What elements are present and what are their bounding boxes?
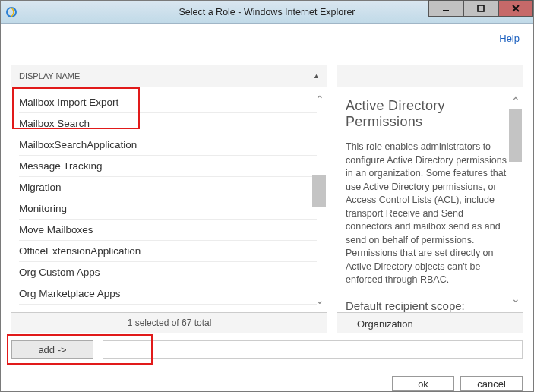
- maximize-button[interactable]: [463, 0, 498, 17]
- dialog-window: Select a Role - Windows Internet Explore…: [0, 0, 534, 392]
- ie-icon: [5, 6, 17, 18]
- details-description: This role enables administrators to conf…: [346, 141, 509, 287]
- svg-point-0: [7, 8, 16, 17]
- help-link[interactable]: Help: [499, 33, 520, 44]
- minimize-button[interactable]: [428, 0, 463, 17]
- role-list-column: DISPLAY NAME ▲ ⌃ ⌄ Mailbox Import Export…: [11, 65, 327, 333]
- columns: DISPLAY NAME ▲ ⌃ ⌄ Mailbox Import Export…: [11, 65, 523, 333]
- scrollbar-thumb[interactable]: [509, 109, 522, 162]
- list-item[interactable]: Org Custom Apps: [19, 262, 317, 283]
- cancel-button[interactable]: cancel: [460, 376, 523, 391]
- role-list[interactable]: ⌃ ⌄ Mailbox Import Export Mailbox Search…: [11, 87, 327, 313]
- list-item[interactable]: Org Marketplace Apps: [19, 283, 317, 305]
- list-item[interactable]: OfficeExtensionApplication: [19, 241, 317, 262]
- recipient-scope-label: Default recipient scope:: [346, 299, 509, 312]
- list-item[interactable]: Migration: [19, 177, 317, 198]
- ok-button[interactable]: ok: [392, 376, 454, 391]
- details-header-blank: [337, 65, 523, 87]
- scrollbar-thumb[interactable]: [312, 175, 326, 207]
- column-header-label: DISPLAY NAME: [19, 71, 80, 81]
- close-button[interactable]: [498, 0, 533, 17]
- titlebar: Select a Role - Windows Internet Explore…: [1, 1, 533, 24]
- scroll-down-icon[interactable]: ⌄: [511, 292, 520, 305]
- details-title: Active Directory Permissions: [346, 98, 509, 130]
- list-item[interactable]: Monitoring: [19, 198, 317, 220]
- selection-status: 1 selected of 67 total: [11, 313, 327, 333]
- dialog-body: Help DISPLAY NAME ▲ ⌃ ⌄ Mailbox Import E…: [1, 24, 533, 391]
- window-buttons: [428, 1, 533, 23]
- sort-asc-icon: ▲: [313, 72, 320, 80]
- scroll-up-icon[interactable]: ⌃: [315, 93, 324, 106]
- details-column: ⌃ ⌄ Active Directory Permissions This ro…: [337, 65, 523, 333]
- list-item[interactable]: Move Mailboxes: [19, 220, 317, 241]
- list-item[interactable]: Mailbox Import Export: [19, 92, 317, 113]
- role-details: ⌃ ⌄ Active Directory Permissions This ro…: [337, 87, 523, 313]
- recipient-scope-value: Organization: [346, 318, 509, 330]
- add-bar: add ->: [11, 340, 523, 359]
- list-item[interactable]: MailboxSearchApplication: [19, 134, 317, 156]
- add-button[interactable]: add ->: [11, 340, 93, 359]
- list-item[interactable]: Message Tracking: [19, 156, 317, 177]
- svg-rect-2: [478, 5, 484, 11]
- scroll-down-icon[interactable]: ⌄: [315, 294, 324, 306]
- list-item[interactable]: Mailbox Search: [19, 113, 317, 134]
- selected-roles-field[interactable]: [103, 340, 523, 359]
- scroll-up-icon[interactable]: ⌃: [511, 95, 520, 107]
- column-header[interactable]: DISPLAY NAME ▲: [11, 65, 327, 87]
- footer-buttons: ok cancel: [392, 376, 523, 391]
